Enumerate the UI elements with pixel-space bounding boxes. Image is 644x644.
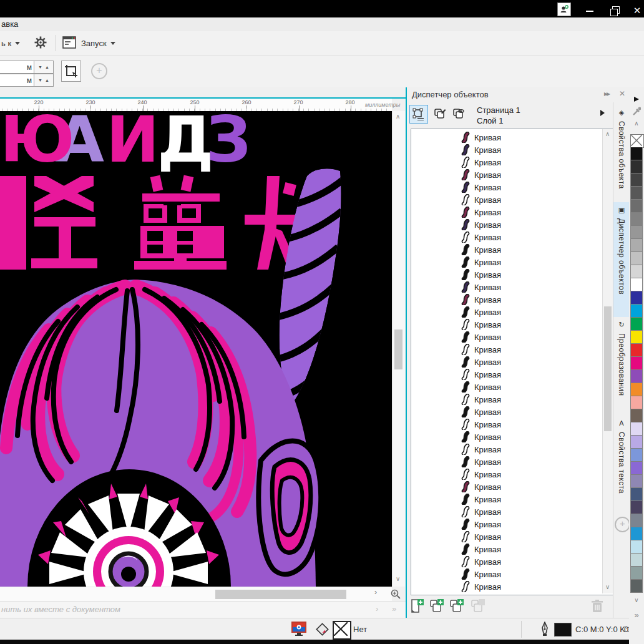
tab-text-properties[interactable]: A Свойства текста xyxy=(613,416,630,507)
object-list-item[interactable]: Кривая xyxy=(411,243,598,256)
vscroll-thumb[interactable] xyxy=(394,329,402,369)
canvas-horizontal-scrollbar[interactable] xyxy=(0,587,392,602)
palette-scroll-down-icon[interactable]: ∨ xyxy=(629,597,644,603)
tab-object-manager[interactable]: ▣ Диспетчер объектов xyxy=(613,202,630,317)
close-docker-icon[interactable]: ✕ xyxy=(619,89,625,98)
object-list[interactable]: Кривая Кривая xyxy=(411,129,614,595)
eyedropper-icon[interactable] xyxy=(629,106,644,119)
edit-across-layers-button[interactable] xyxy=(431,105,449,124)
object-list-item[interactable]: Кривая xyxy=(411,318,598,331)
color-swatch[interactable] xyxy=(630,383,643,396)
color-swatch[interactable] xyxy=(630,580,643,593)
object-list-item[interactable]: Кривая xyxy=(411,306,598,318)
quick-customize-button[interactable]: + xyxy=(615,517,630,532)
object-list-item[interactable]: Кривая xyxy=(411,281,598,293)
color-swatch[interactable] xyxy=(630,449,643,462)
drawing-canvas[interactable]: АЙДЗЮ xyxy=(0,111,392,587)
object-list-item[interactable]: Кривая xyxy=(411,431,598,443)
object-list-item[interactable]: Кривая xyxy=(411,555,598,568)
new-layer-button[interactable] xyxy=(429,598,446,614)
object-list-item[interactable]: Кривая xyxy=(411,193,598,206)
color-swatch[interactable] xyxy=(630,252,643,265)
color-swatch[interactable] xyxy=(630,567,643,580)
list-scroll-down-icon[interactable]: ∨ xyxy=(605,583,610,590)
page-label[interactable]: Страница 1 xyxy=(477,105,520,115)
object-list-item[interactable]: Кривая xyxy=(411,568,598,580)
new-master-layer-button[interactable] xyxy=(449,598,466,614)
user-account-icon[interactable] xyxy=(557,2,571,16)
color-swatch[interactable] xyxy=(630,278,643,291)
collapse-docker-icon[interactable]: ▸▸ xyxy=(604,89,609,98)
object-list-item[interactable]: Кривая xyxy=(411,343,598,356)
object-list-item[interactable]: Кривая xyxy=(411,368,598,381)
color-swatch[interactable] xyxy=(630,540,643,554)
object-list-item[interactable]: Кривая xyxy=(411,530,598,543)
hint-more-icon[interactable]: » xyxy=(392,604,396,613)
tab-object-properties[interactable]: ◈ Свойства объекта xyxy=(613,105,630,202)
color-swatch[interactable] xyxy=(630,318,643,331)
close-button[interactable]: ✕ xyxy=(628,4,644,16)
color-swatch[interactable] xyxy=(630,265,643,278)
duplicate-layer-button-disabled[interactable] xyxy=(471,598,487,614)
crop-tool-button[interactable] xyxy=(61,61,81,82)
color-swatch[interactable] xyxy=(630,187,643,200)
options-button[interactable] xyxy=(34,31,47,55)
object-list-item[interactable]: Кривая xyxy=(411,331,598,343)
fill-none-swatch[interactable] xyxy=(333,621,351,640)
outline-pen-icon[interactable] xyxy=(540,622,549,639)
object-list-item[interactable]: Кривая xyxy=(411,156,598,168)
color-swatch[interactable] xyxy=(630,527,643,540)
object-list-item[interactable]: Кривая xyxy=(411,293,598,306)
object-list-item[interactable]: Кривая xyxy=(411,356,598,368)
object-list-item[interactable]: Кривая xyxy=(411,131,598,144)
object-list-item[interactable]: Кривая xyxy=(411,381,598,393)
object-list-item[interactable]: Кривая xyxy=(411,231,598,243)
color-swatch[interactable] xyxy=(630,305,643,318)
object-list-item[interactable]: Кривая xyxy=(411,418,598,431)
object-list-scrollbar[interactable]: ∧ ∨ xyxy=(602,129,613,593)
show-object-properties-button[interactable] xyxy=(409,105,428,124)
width-spin-buttons[interactable]: ▼▲ xyxy=(34,61,54,74)
list-scroll-thumb[interactable] xyxy=(604,306,612,431)
color-swatch[interactable] xyxy=(630,501,643,514)
restore-button[interactable] xyxy=(605,2,624,15)
object-list-item[interactable]: Кривая xyxy=(411,218,598,231)
delete-button-disabled[interactable] xyxy=(589,598,605,614)
color-swatch[interactable] xyxy=(630,475,643,488)
minimize-button[interactable] xyxy=(580,2,599,15)
color-swatch[interactable] xyxy=(630,409,643,422)
object-list-item[interactable]: Кривая xyxy=(411,580,598,593)
color-swatch[interactable] xyxy=(630,436,643,449)
color-swatch[interactable] xyxy=(630,160,643,173)
zoom-tool-button[interactable] xyxy=(388,587,403,600)
color-proof-icon[interactable] xyxy=(291,622,307,639)
object-height-field[interactable]: м xyxy=(0,74,35,87)
object-list-item[interactable]: Кривая xyxy=(411,181,598,193)
object-list-item[interactable]: Кривая xyxy=(411,206,598,218)
color-swatch[interactable] xyxy=(630,554,643,567)
object-list-item[interactable]: Кривая xyxy=(411,481,598,493)
color-swatch[interactable] xyxy=(630,422,643,436)
list-scroll-up-icon[interactable]: ∧ xyxy=(605,130,610,137)
object-list-item[interactable]: Кривая xyxy=(411,443,598,456)
color-swatch[interactable] xyxy=(630,147,643,160)
new-page-button[interactable] xyxy=(409,598,426,614)
fill-color-icon[interactable] xyxy=(315,622,330,640)
scroll-down-icon[interactable]: ∨ xyxy=(396,575,400,582)
color-swatch[interactable] xyxy=(630,213,643,226)
color-swatch[interactable] xyxy=(630,396,643,409)
scroll-up-icon[interactable]: ∧ xyxy=(396,113,400,120)
color-swatch[interactable] xyxy=(630,239,643,252)
hint-next-icon[interactable]: › xyxy=(376,604,378,613)
palette-scroll-up-icon[interactable]: ∧ xyxy=(629,120,644,127)
object-list-item[interactable]: Кривая xyxy=(411,168,598,181)
launch-button[interactable]: Запуск xyxy=(62,31,115,55)
object-list-item[interactable]: Кривая xyxy=(411,456,598,468)
color-swatch[interactable] xyxy=(630,370,643,383)
height-spin-buttons[interactable]: ▼▲ xyxy=(34,74,54,87)
layer-manager-view-button[interactable] xyxy=(449,105,468,124)
menu-item-help-partial[interactable]: авка xyxy=(1,19,18,29)
horizontal-ruler[interactable]: 220230240250260270280 xyxy=(0,99,392,112)
color-swatch[interactable] xyxy=(630,291,643,305)
object-list-item[interactable]: Кривая xyxy=(411,505,598,518)
